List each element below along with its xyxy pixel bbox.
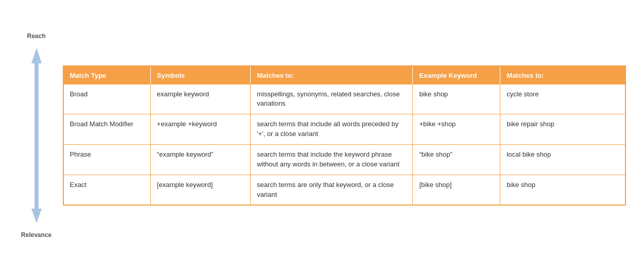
cell-matches_to-row0: misspellings, synonyms, related searches… <box>250 84 412 114</box>
cell-example_keyword-row2: “bike shop” <box>413 145 500 175</box>
page-wrapper: Reach Relevance Match Type Symbols Match… <box>19 32 626 239</box>
header-matches-to: Matches to: <box>250 66 412 84</box>
cell-example_keyword-row0: bike shop <box>413 84 500 114</box>
cell-matches_to2-row3: bike shop <box>500 175 625 205</box>
cell-matches_to-row2: search terms that include the keyword ph… <box>250 145 412 175</box>
cell-matches_to2-row1: bike repair shop <box>500 114 625 145</box>
cell-symbols-row2: “example keyword” <box>150 145 250 175</box>
reach-relevance-arrow: Reach Relevance <box>19 32 55 239</box>
cell-matches_to2-row0: cycle store <box>500 84 625 114</box>
cell-example_keyword-row3: [bike shop] <box>413 175 500 205</box>
cell-symbols-row1: +example +keyword <box>150 114 250 145</box>
svg-rect-1 <box>34 62 39 209</box>
svg-marker-0 <box>31 48 42 63</box>
cell-match_type-row3: Exact <box>63 175 151 205</box>
cell-symbols-row3: [example keyword] <box>150 175 250 205</box>
match-type-table-wrapper: Match Type Symbols Matches to: Example K… <box>63 65 626 206</box>
cell-symbols-row0: example keyword <box>150 84 250 114</box>
table-row: Broad Match Modifier+example +keywordsea… <box>63 114 625 145</box>
arrow-icon <box>26 43 47 228</box>
table-header-row: Match Type Symbols Matches to: Example K… <box>63 66 625 84</box>
svg-marker-2 <box>31 209 42 223</box>
cell-example_keyword-row1: +bike +shop <box>413 114 500 145</box>
table-row: Phrase“example keyword”search terms that… <box>63 145 625 175</box>
table-row: Exact[example keyword]search terms are o… <box>63 175 625 205</box>
cell-matches_to-row3: search terms are only that keyword, or a… <box>250 175 412 205</box>
relevance-label: Relevance <box>21 231 51 239</box>
match-type-table: Match Type Symbols Matches to: Example K… <box>63 65 626 206</box>
cell-match_type-row2: Phrase <box>63 145 151 175</box>
header-match-type: Match Type <box>63 66 151 84</box>
cell-matches_to2-row2: local bike shop <box>500 145 625 175</box>
reach-label: Reach <box>27 32 45 40</box>
header-matches-to-2: Matches to: <box>500 66 625 84</box>
cell-match_type-row1: Broad Match Modifier <box>63 114 151 145</box>
table-row: Broadexample keywordmisspellings, synony… <box>63 84 625 114</box>
cell-matches_to-row1: search terms that include all words prec… <box>250 114 412 145</box>
cell-match_type-row0: Broad <box>63 84 151 114</box>
header-symbols: Symbols <box>150 66 250 84</box>
header-example-keyword: Example Keyword <box>413 66 500 84</box>
